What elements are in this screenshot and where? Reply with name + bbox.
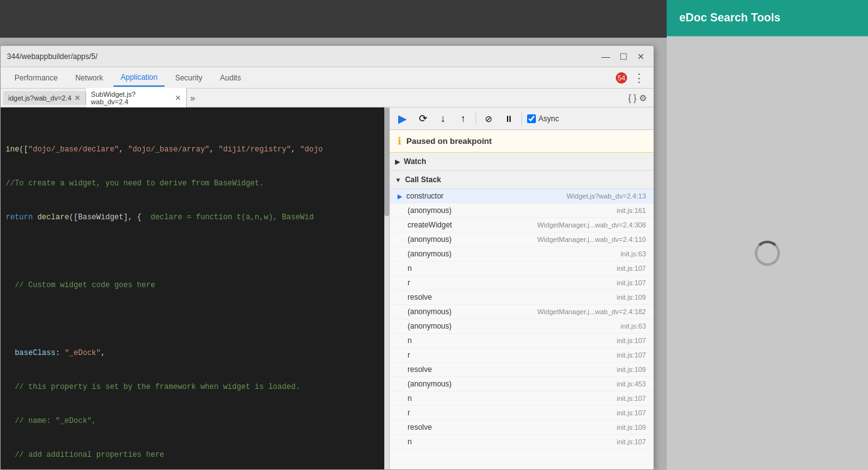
source-tabs: idget.js?wab_dv=2.4 ✕ SubWidget.js?wab_d… bbox=[1, 89, 654, 107]
callstack-item[interactable]: ninit.js:107 bbox=[390, 334, 654, 348]
resume-button[interactable]: ▶ bbox=[395, 111, 410, 126]
callstack-section-header[interactable]: ▼ Call Stack bbox=[390, 171, 654, 189]
callstack-item-file: init.js:107 bbox=[617, 395, 646, 402]
async-checkbox[interactable] bbox=[527, 114, 536, 123]
watch-section-header[interactable]: ▶ Watch bbox=[390, 153, 654, 170]
callstack-item[interactable]: ninit.js:107 bbox=[390, 391, 654, 406]
callstack-item[interactable]: rinit.js:107 bbox=[390, 276, 654, 290]
source-tab-subwidget-label: SubWidget.js?wab_dv=2.4 bbox=[91, 90, 172, 106]
source-tab-widget-close[interactable]: ✕ bbox=[74, 94, 81, 102]
close-button[interactable]: ✕ bbox=[635, 50, 647, 63]
format-icon[interactable]: { } bbox=[628, 93, 637, 103]
debug-separator-1 bbox=[476, 112, 476, 125]
callstack-item[interactable]: (anonymous)init.js:63 bbox=[390, 247, 654, 261]
callstack-item[interactable]: rinit.js:107 bbox=[390, 348, 654, 363]
debug-toolbar: ▶ ⟳ ↓ ↑ ⊘ ⏸ Async bbox=[390, 107, 654, 130]
editor-scrollbar[interactable] bbox=[384, 107, 389, 469]
callstack-item-name: n bbox=[408, 437, 617, 446]
tab-application[interactable]: Application bbox=[113, 69, 165, 87]
callstack-item-name: constructor bbox=[406, 192, 567, 200]
callstack-item[interactable]: (anonymous)init.js:63 bbox=[390, 319, 654, 334]
code-line-4 bbox=[1, 246, 389, 257]
callstack-item-name: (anonymous) bbox=[408, 235, 537, 244]
code-line-2: //To create a widget, you need to derive… bbox=[1, 178, 389, 189]
main-content: ine(["dojo/_base/declare", "dojo/_base/a… bbox=[1, 107, 654, 469]
tab-network[interactable]: Network bbox=[68, 70, 111, 86]
callstack-item[interactable]: resolveinit.js:109 bbox=[390, 363, 654, 377]
devtools-tabs: Performance Network Application Security… bbox=[1, 67, 654, 89]
edoc-header: eDoc Search Tools bbox=[667, 0, 868, 36]
callstack-item-file: Widget.js?wab_dv=2.4:13 bbox=[567, 192, 646, 200]
more-tabs-button[interactable]: » bbox=[187, 90, 199, 106]
callstack-item-file: init.js:109 bbox=[617, 293, 646, 301]
debug-separator-2 bbox=[521, 112, 522, 125]
step-into-button[interactable]: ↓ bbox=[435, 111, 450, 126]
code-line-10: // add additional properties here bbox=[1, 449, 389, 461]
code-line-7: baseClass: "_eDock", bbox=[1, 347, 389, 359]
code-line-3: return declare([BaseWidget], { declare =… bbox=[1, 212, 389, 223]
step-out-button[interactable]: ↑ bbox=[455, 111, 470, 126]
code-content: ine(["dojo/_base/declare", "dojo/_base/a… bbox=[1, 107, 389, 469]
callstack-item-name: (anonymous) bbox=[408, 206, 617, 215]
edoc-content bbox=[667, 36, 868, 470]
callstack-item-file: init.js:453 bbox=[617, 380, 646, 388]
minimize-button[interactable]: — bbox=[599, 50, 612, 63]
code-editor[interactable]: ine(["dojo/_base/declare", "dojo/_base/a… bbox=[1, 107, 389, 469]
callstack-item-file: WidgetManager.j...wab_dv=2.4:110 bbox=[537, 236, 646, 243]
callstack-label: Call Stack bbox=[405, 175, 441, 184]
callstack-item-file: init.js:107 bbox=[617, 265, 646, 272]
breakpoint-text: Paused on breakpoint bbox=[406, 136, 492, 146]
callstack-list[interactable]: ▶constructorWidget.js?wab_dv=2.4:13(anon… bbox=[390, 189, 654, 469]
callstack-item-file: init.js:63 bbox=[621, 322, 646, 330]
step-over-button[interactable]: ⟳ bbox=[415, 111, 430, 126]
source-tab-subwidget-close[interactable]: ✕ bbox=[175, 94, 181, 102]
source-tab-icons: { } ⚙ bbox=[625, 93, 651, 103]
tab-security[interactable]: Security bbox=[167, 70, 209, 86]
callstack-item-file: init.js:107 bbox=[617, 337, 646, 344]
callstack-item[interactable]: resolveinit.js:109 bbox=[390, 290, 654, 305]
tab-performance[interactable]: Performance bbox=[7, 70, 65, 86]
callstack-item[interactable]: rinit.js:107 bbox=[390, 406, 654, 420]
callstack-item-file: init.js:161 bbox=[617, 207, 646, 214]
callstack-item[interactable]: (anonymous)WidgetManager.j...wab_dv=2.4:… bbox=[390, 305, 654, 319]
callstack-item-name: (anonymous) bbox=[408, 249, 621, 258]
async-label: Async bbox=[527, 114, 559, 123]
edoc-panel: eDoc Search Tools bbox=[667, 0, 868, 470]
callstack-item-name: r bbox=[408, 408, 617, 417]
more-menu-button[interactable]: ⋮ bbox=[631, 71, 647, 85]
settings-icon[interactable]: ⚙ bbox=[639, 93, 647, 103]
callstack-item-name: (anonymous) bbox=[408, 322, 621, 331]
callstack-item-name: r bbox=[408, 351, 617, 359]
callstack-item-name: (anonymous) bbox=[408, 307, 537, 316]
source-tab-subwidget[interactable]: SubWidget.js?wab_dv=2.4 ✕ bbox=[86, 88, 187, 108]
breakpoint-icon: ℹ bbox=[398, 135, 401, 147]
callstack-item[interactable]: (anonymous)init.js:453 bbox=[390, 377, 654, 391]
callstack-active-arrow: ▶ bbox=[398, 193, 403, 200]
code-line-5: // Custom widget code goes here bbox=[1, 280, 389, 291]
callstack-item[interactable]: resolveinit.js:109 bbox=[390, 420, 654, 435]
callstack-item-name: r bbox=[408, 278, 617, 287]
pause-button[interactable]: ⏸ bbox=[501, 111, 516, 126]
callstack-item-file: WidgetManager.j...wab_dv=2.4:182 bbox=[537, 308, 646, 315]
callstack-item[interactable]: ▶constructorWidget.js?wab_dv=2.4:13 bbox=[390, 189, 654, 204]
callstack-item[interactable]: ninit.js:107 bbox=[390, 435, 654, 449]
callstack-item[interactable]: (anonymous)init.js:161 bbox=[390, 204, 654, 218]
window-controls: — ☐ ✕ bbox=[599, 50, 647, 63]
deactivate-breakpoints-button[interactable]: ⊘ bbox=[481, 111, 496, 126]
callstack-item-name: n bbox=[408, 336, 617, 345]
callstack-item-file: init.js:107 bbox=[617, 351, 646, 359]
callstack-item-file: init.js:107 bbox=[617, 438, 646, 445]
tab-audits[interactable]: Audits bbox=[213, 70, 248, 86]
callstack-item-file: init.js:107 bbox=[617, 279, 646, 287]
callstack-item[interactable]: ninit.js:107 bbox=[390, 261, 654, 276]
window-url: 344/webappbuilder/apps/5/ bbox=[7, 52, 599, 61]
watch-section: ▶ Watch bbox=[390, 153, 654, 171]
callstack-item-file: init.js:109 bbox=[617, 366, 646, 373]
source-tab-widget[interactable]: idget.js?wab_dv=2.4 ✕ bbox=[3, 91, 86, 105]
devtools-right: 54 ⋮ bbox=[616, 71, 647, 85]
watch-chevron: ▶ bbox=[395, 158, 400, 165]
code-line-1: ine(["dojo/_base/declare", "dojo/_base/a… bbox=[1, 144, 389, 155]
maximize-button[interactable]: ☐ bbox=[617, 50, 630, 63]
callstack-item[interactable]: (anonymous)WidgetManager.j...wab_dv=2.4:… bbox=[390, 232, 654, 247]
callstack-item[interactable]: createWidgetWidgetManager.j...wab_dv=2.4… bbox=[390, 218, 654, 232]
